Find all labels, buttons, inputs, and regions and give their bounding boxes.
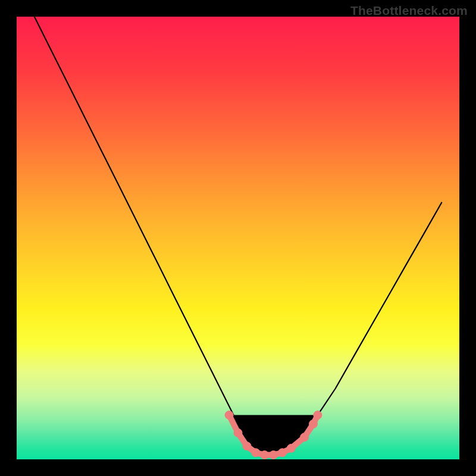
highlight-dot: [278, 449, 286, 457]
highlight-dot: [270, 451, 278, 459]
curve-svg: [17, 17, 459, 459]
marker-group: [225, 411, 322, 459]
highlight-dot: [287, 444, 295, 452]
highlight-dot: [234, 428, 242, 437]
highlight-dot: [225, 411, 233, 419]
highlight-dot: [314, 411, 322, 419]
watermark-label: TheBottleneck.com: [350, 4, 468, 18]
chart-frame: TheBottleneck.com: [0, 0, 476, 476]
highlight-dot: [309, 420, 318, 428]
plot-area: [17, 17, 459, 459]
highlight-dot: [252, 449, 260, 457]
highlight-dot: [243, 442, 251, 450]
highlight-dot: [300, 433, 309, 441]
highlight-dot: [261, 451, 269, 459]
bottleneck-curve: [35, 17, 441, 455]
